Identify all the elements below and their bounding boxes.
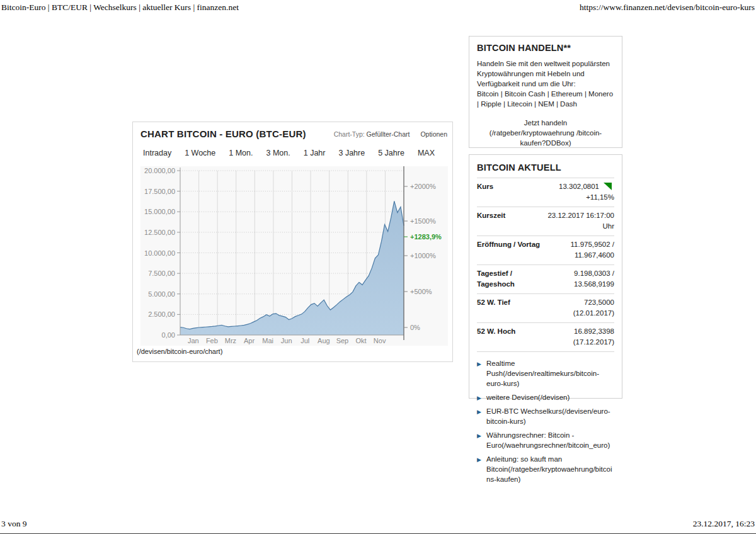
quote-links: ▶Realtime Push(/devisen/realtimekurs/bit… (477, 352, 614, 486)
quote-row-value: 16.892,3398(17.12.2017) (547, 326, 614, 348)
x-axis-month-label: Mai (262, 337, 273, 344)
chart-tab-max[interactable]: MAX (418, 149, 435, 157)
quote-row-label: 52 W. Hoch (477, 326, 547, 348)
x-axis-month-label: Jan (188, 337, 199, 344)
trade-now-link[interactable]: Jetzt handeln (/ratgeber/kryptowaehrung … (477, 118, 614, 148)
percent-axis-tick-label: 0% (410, 324, 420, 331)
quote-row: 52 W. Tief723,5000 (12.01.2017) (477, 294, 614, 323)
chart-area: 20.000,0017.500,0015.000,0012.500,0010.0… (140, 166, 448, 346)
related-link[interactable]: ▶EUR-BTC Wechselkurs(/devisen/euro-bitco… (477, 404, 614, 428)
quote-change-percent: +11,15% (586, 193, 614, 201)
quote-value-text: 723,5000 (12.01.2017) (573, 298, 614, 317)
percent-axis-tick-label: +500% (410, 288, 432, 295)
chart-tab-1-jahr[interactable]: 1 Jahr (304, 149, 326, 157)
chart-tab-5-jahre[interactable]: 5 Jahre (378, 149, 404, 157)
related-link-text: Realtime Push(/devisen/realtimekurs/bitc… (486, 360, 599, 387)
x-axis-month-label: Jul (301, 337, 309, 344)
chart-panel: CHART BITCOIN - EURO (BTC-EUR) Chart-Typ… (132, 122, 453, 362)
quote-row-value: 13.302,0801+11,15% (547, 181, 614, 203)
quote-row-label: Kurszeit (477, 210, 547, 232)
chart-panel-header: CHART BITCOIN - EURO (BTC-EUR) Chart-Typ… (140, 128, 447, 141)
chart-type-value[interactable]: Gefüllter-Chart (367, 130, 410, 138)
link-bullet-icon: ▶ (477, 407, 481, 417)
chart-tab-1-mon[interactable]: 1 Mon. (229, 149, 253, 157)
print-footer-datetime: 23.12.2017, 16:23 (693, 519, 755, 529)
bitcoin-quote-box: BITCOIN AKTUELL Kurs13.302,0801+11,15%Ku… (469, 154, 622, 399)
quote-row: Tagestief / Tageshoch9.198,0303 /13.568,… (477, 265, 614, 294)
current-change-label: +1283,9% (410, 233, 442, 241)
percent-axis-tick-label: +2000% (410, 183, 436, 190)
quote-value-text: 23.12.2017 16:17:00 Uhr (547, 212, 614, 230)
chart-range-tabs: Intraday1 Woche1 Mon.3 Mon.1 Jahr3 Jahre… (143, 149, 448, 160)
y-axis-tick-label: 5.000,00 (148, 290, 175, 298)
related-link-text: EUR-BTC Wechselkurs(/devisen/euro-bitcoi… (486, 407, 610, 425)
link-bullet-icon: ▶ (477, 393, 481, 403)
x-axis-month-label: Mrz (225, 337, 236, 344)
quote-value-text: 11.975,9502 / (571, 241, 615, 248)
chart-tab-3-jahre[interactable]: 3 Jahre (338, 149, 365, 157)
chart-link-caption[interactable]: (/devisen/bitcoin-euro/chart) (137, 348, 222, 355)
chart-type-controls: Chart-Typ: Gefüllter-Chart Optionen (334, 130, 447, 138)
quote-row-value: 11.975,9502 /11.967,4600 (547, 239, 614, 261)
related-link-text: Währungsrechner: Bitcoin - Euro(/waehrun… (486, 431, 610, 449)
x-axis-month-label: Nov (374, 337, 386, 344)
quote-row-value: 723,5000 (12.01.2017) (547, 297, 614, 319)
chart-tab-3-mon[interactable]: 3 Mon. (266, 149, 290, 157)
y-axis-tick-label: 10.000,00 (144, 249, 175, 257)
link-bullet-icon: ▶ (477, 431, 481, 441)
related-link-text: weitere Devisen(/devisen) (486, 394, 570, 401)
trade-box-text: Handeln Sie mit den weltweit populärsten… (477, 59, 614, 89)
y-axis-tick-label: 2.500,00 (148, 310, 175, 318)
related-link[interactable]: ▶Währungsrechner: Bitcoin - Euro(/waehru… (477, 428, 614, 452)
quote-row-label: 52 W. Tief (477, 297, 547, 319)
x-axis-month-label: Apr (244, 337, 255, 344)
quote-row: Eröffnung / Vortag11.975,9502 /11.967,46… (477, 236, 614, 265)
chart-title: CHART BITCOIN - EURO (BTC-EUR) (140, 128, 306, 139)
quote-row: 52 W. Hoch16.892,3398(17.12.2017) (477, 323, 614, 352)
related-link-text: Anleitung: so kauft man Bitcoin(/ratgebe… (486, 455, 612, 483)
quote-row-label: Kurs (477, 181, 547, 203)
link-bullet-icon: ▶ (477, 359, 481, 369)
quote-value-text: 13.302,0801 (559, 183, 599, 190)
link-bullet-icon: ▶ (477, 455, 481, 465)
quote-row: Kurs13.302,0801+11,15% (477, 178, 614, 207)
related-link[interactable]: ▶Realtime Push(/devisen/realtimekurs/bit… (477, 356, 614, 390)
related-link[interactable]: ▶Anleitung: so kauft man Bitcoin(/ratgeb… (477, 452, 614, 486)
chart-tab-intraday[interactable]: Intraday (143, 149, 171, 157)
y-axis-tick-label: 0,00 (162, 331, 175, 339)
x-axis-month-label: Sep (336, 337, 349, 344)
quote-value-text: 16.892,3398 (574, 327, 614, 335)
trade-box-title: BITCOIN HANDELN** (477, 43, 614, 53)
quote-table: Kurs13.302,0801+11,15%Kurszeit23.12.2017… (477, 178, 614, 352)
print-footer-page-number: 3 von 9 (1, 519, 27, 529)
quote-value-text-line2: (17.12.2017) (547, 337, 614, 348)
chart-options-button[interactable]: Optionen (420, 130, 447, 138)
quote-row-value: 9.198,0303 /13.568,9199 (547, 268, 614, 290)
trade-box-currency-list: Bitcoin | Bitcoin Cash | Ethereum | Mone… (477, 89, 614, 109)
x-axis-month-label: Jun (281, 337, 292, 344)
quote-row-value: 23.12.2017 16:17:00 Uhr (547, 210, 614, 232)
quote-row: Kurszeit23.12.2017 16:17:00 Uhr (477, 207, 614, 236)
trend-up-icon (604, 183, 612, 190)
bitcoin-trade-box: BITCOIN HANDELN** Handeln Sie mit den we… (469, 36, 622, 148)
y-axis-tick-label: 20.000,00 (144, 167, 175, 174)
print-header-url: https://www.finanzen.net/devisen/bitcoin… (580, 3, 755, 13)
quote-box-title: BITCOIN AKTUELL (477, 160, 614, 178)
x-axis-month-label: Aug (318, 337, 330, 344)
print-header-title: Bitcoin-Euro | BTC/EUR | Wechselkurs | a… (1, 3, 239, 13)
chart-tab-1-woche[interactable]: 1 Woche (185, 149, 215, 157)
y-axis-tick-label: 7.500,00 (148, 270, 175, 277)
quote-row-label: Tagestief / Tageshoch (477, 268, 547, 290)
chart-type-label: Chart-Typ: (334, 130, 365, 138)
y-axis-tick-label: 17.500,00 (144, 188, 175, 195)
quote-value-text-line2: 13.568,9199 (547, 279, 614, 290)
percent-axis-tick-label: +1000% (410, 252, 436, 259)
percent-axis-tick-label: +1500% (410, 217, 436, 225)
related-link[interactable]: ▶weitere Devisen(/devisen) (477, 390, 614, 404)
price-chart: 20.000,0017.500,0015.000,0012.500,0010.0… (140, 166, 448, 346)
x-axis-month-label: Feb (206, 337, 218, 344)
y-axis-tick-label: 12.500,00 (144, 229, 175, 236)
y-axis-tick-label: 15.000,00 (144, 208, 175, 215)
x-axis-month-label: Okt (355, 337, 366, 344)
quote-row-label: Eröffnung / Vortag (477, 239, 547, 261)
